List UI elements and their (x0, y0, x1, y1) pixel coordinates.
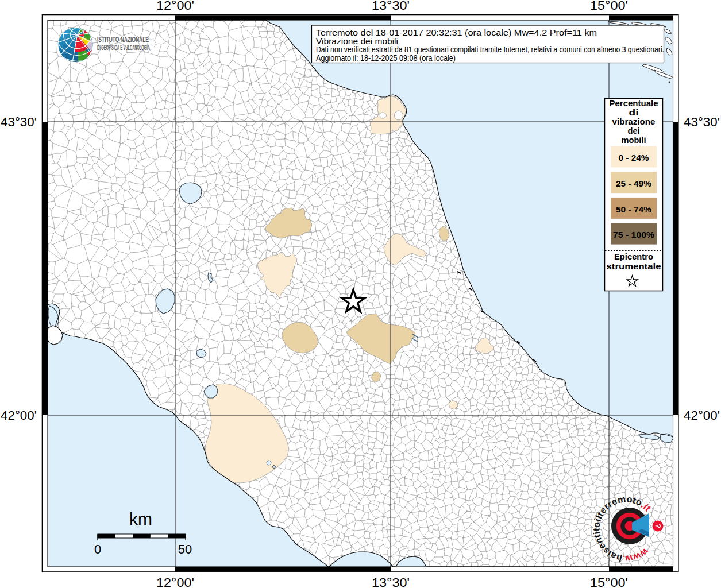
svg-text:42°00': 42°00' (684, 409, 720, 423)
svg-text:Vibrazione dei mobili: Vibrazione dei mobili (316, 37, 398, 46)
svg-text:?: ? (654, 524, 662, 528)
svg-text:15°00': 15°00' (590, 576, 628, 588)
svg-text:12°00': 12°00' (156, 576, 194, 588)
svg-text:15°00': 15°00' (590, 0, 628, 13)
svg-text:12°00': 12°00' (156, 0, 194, 13)
svg-text:42°00': 42°00' (1, 409, 37, 423)
svg-text:43°30': 43°30' (684, 115, 720, 129)
svg-text:ISTITUTO NAZIONALE: ISTITUTO NAZIONALE (97, 35, 149, 44)
svg-text:75 - 100%: 75 - 100% (613, 230, 654, 239)
svg-text:43°30': 43°30' (1, 115, 37, 129)
svg-text:DI GEOFISICA E VULCANOLOGIA: DI GEOFISICA E VULCANOLOGIA (97, 43, 150, 52)
svg-text:Terremoto del 18-01-2017 20:32: Terremoto del 18-01-2017 20:32:31 (ora l… (316, 28, 597, 37)
svg-text:di: di (629, 108, 639, 117)
svg-text:0: 0 (94, 542, 101, 556)
svg-text:Epicentro: Epicentro (614, 252, 653, 261)
svg-text:mobili: mobili (622, 136, 646, 145)
svg-text:50 - 74%: 50 - 74% (616, 204, 651, 214)
svg-text:vibrazione: vibrazione (612, 117, 656, 126)
svg-text:km: km (129, 509, 152, 528)
svg-text:13°30': 13°30' (372, 576, 410, 588)
svg-text:Aggiornato il: 18-12-2025 09:0: Aggiornato il: 18-12-2025 09:08 (ora loc… (316, 53, 456, 63)
svg-text:strumentale: strumentale (607, 262, 661, 271)
svg-text:dei: dei (628, 126, 640, 136)
svg-text:25 - 49%: 25 - 49% (616, 179, 651, 188)
svg-text:Percentuale: Percentuale (610, 99, 658, 108)
svg-text:0 - 24%: 0 - 24% (619, 153, 649, 163)
svg-text:13°30': 13°30' (372, 0, 410, 13)
svg-text:50: 50 (178, 542, 192, 556)
